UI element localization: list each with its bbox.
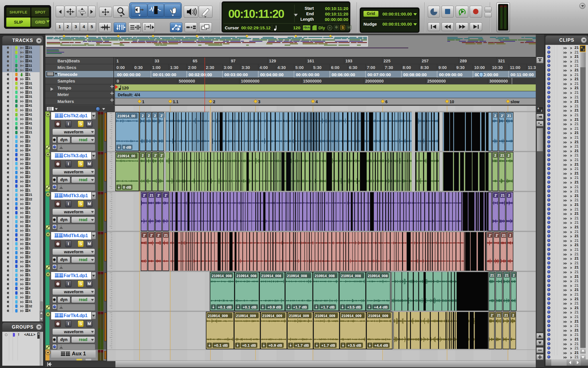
- svg-text:2: 2: [154, 114, 156, 118]
- svg-text:10:30: 10:30: [492, 65, 503, 70]
- svg-text:00:06:00:00: 00:06:00:00: [332, 72, 355, 77]
- svg-text:2: 2: [513, 273, 515, 277]
- svg-text:2': 2': [165, 193, 167, 198]
- svg-text:+0.9 dB: +0.9 dB: [267, 305, 281, 309]
- svg-text:21: 21: [497, 313, 501, 317]
- svg-text:0:00: 0:00: [117, 65, 125, 70]
- svg-text:2: 2: [142, 114, 144, 118]
- svg-text:2': 2': [150, 233, 153, 237]
- svg-text:3:00: 3:00: [224, 65, 232, 70]
- svg-text:Bars|Beats: Bars|Beats: [57, 58, 80, 63]
- svg-text:00:05:00:00: 00:05:00:00: [296, 72, 320, 77]
- svg-text:00:03:00:00: 00:03:00:00: [224, 72, 248, 77]
- svg-text:9:30: 9:30: [456, 65, 465, 70]
- svg-text:21: 21: [500, 154, 504, 158]
- svg-text:2: 2: [508, 193, 510, 198]
- svg-text:210914_009: 210914_009: [368, 314, 388, 318]
- svg-text:210914_009: 210914_009: [289, 314, 309, 318]
- svg-text:4:00: 4:00: [260, 65, 268, 70]
- svg-text:10000000: 10000000: [241, 79, 260, 83]
- svg-text:120: 120: [122, 86, 129, 90]
- svg-text:0 dB: 0 dB: [123, 145, 131, 150]
- svg-text:2': 2': [501, 114, 504, 118]
- svg-text:4: 4: [316, 99, 318, 104]
- svg-text:00:09:00:00: 00:09:00:00: [439, 72, 463, 77]
- svg-text:2': 2': [489, 233, 492, 237]
- svg-text:1:30: 1:30: [170, 65, 178, 70]
- svg-text:210914_008: 210914_008: [315, 274, 335, 278]
- svg-text:2': 2': [157, 193, 160, 198]
- svg-text:2: 2: [508, 154, 510, 158]
- svg-text:Min:Secs: Min:Secs: [57, 65, 76, 70]
- svg-text:10: 10: [450, 99, 454, 104]
- svg-text:21: 21: [504, 313, 508, 317]
- svg-text:21: 21: [502, 233, 506, 237]
- svg-text:2: 2: [148, 154, 150, 158]
- svg-text:2': 2': [143, 193, 146, 198]
- svg-text:5:00: 5:00: [295, 65, 304, 70]
- svg-text:2': 2': [496, 233, 498, 237]
- svg-text:3: 3: [258, 99, 260, 104]
- svg-text:slow: slow: [510, 99, 519, 104]
- svg-text:21: 21: [150, 193, 154, 198]
- svg-text:21: 21: [490, 273, 494, 277]
- svg-text:129: 129: [269, 59, 276, 63]
- svg-text:+1.7 dB: +1.7 dB: [295, 343, 309, 348]
- svg-text:21: 21: [501, 193, 505, 198]
- svg-text:210914_008: 210914_008: [212, 274, 232, 278]
- svg-text:+0.1 dB: +0.1 dB: [243, 305, 257, 309]
- svg-text:210914_00: 210914_00: [117, 114, 136, 118]
- svg-text:1: 1: [117, 59, 119, 63]
- svg-text:+4.4 dB: +4.4 dB: [374, 343, 388, 348]
- svg-text:Meter: Meter: [57, 92, 69, 97]
- svg-text:2:00: 2:00: [188, 65, 196, 70]
- svg-text:+3.5 dB: +3.5 dB: [347, 305, 361, 309]
- svg-text:4:30: 4:30: [277, 65, 286, 70]
- svg-text:210914_009: 210914_009: [262, 314, 283, 318]
- svg-text:+0.9 dB: +0.9 dB: [268, 343, 282, 348]
- svg-text:+3.5 dB: +3.5 dB: [347, 343, 361, 348]
- svg-text:+0.1 dB: +0.1 dB: [214, 343, 228, 348]
- svg-text:Default: 4/4: Default: 4/4: [118, 93, 140, 97]
- svg-text:00:02:00:00: 00:02:00:00: [189, 72, 212, 77]
- svg-text:00:00:00:00: 00:00:00:00: [117, 72, 141, 77]
- svg-text:6: 6: [385, 99, 388, 104]
- svg-text:193: 193: [345, 59, 352, 63]
- svg-text:2': 2': [160, 154, 163, 158]
- svg-text:5000000: 5000000: [179, 79, 195, 83]
- svg-text:210914_008: 210914_008: [261, 274, 281, 278]
- svg-text:+4.4 dB: +4.4 dB: [374, 305, 388, 309]
- svg-text:210914_009: 210914_009: [208, 314, 228, 318]
- svg-text:2:30: 2:30: [206, 65, 214, 70]
- svg-text:2: 2: [509, 233, 511, 237]
- svg-text:0: 0: [117, 79, 119, 83]
- svg-text:1: 1: [142, 99, 144, 104]
- svg-text:210914_00: 210914_00: [117, 154, 136, 158]
- svg-text:289: 289: [460, 59, 467, 63]
- svg-text:10:00: 10:00: [474, 65, 485, 70]
- svg-text:6:30: 6:30: [349, 65, 357, 70]
- svg-text:15000000: 15000000: [303, 79, 322, 83]
- svg-text:Timecode: Timecode: [57, 72, 78, 77]
- svg-text:21: 21: [505, 273, 509, 277]
- svg-text:257: 257: [422, 59, 429, 63]
- svg-text:1.1: 1.1: [173, 99, 179, 104]
- svg-text:0:30: 0:30: [134, 65, 143, 70]
- svg-text:3:30: 3:30: [242, 65, 250, 70]
- svg-text:00:08:00:00: 00:08:00:00: [403, 72, 427, 77]
- svg-text:2: 2: [142, 154, 144, 158]
- svg-text:321: 321: [498, 59, 505, 63]
- svg-text:210914_008: 210914_008: [368, 274, 388, 278]
- svg-text:2': 2': [160, 114, 163, 118]
- svg-text:21: 21: [164, 233, 168, 237]
- svg-text:+0.1 dB: +0.1 dB: [242, 343, 256, 348]
- svg-text:11:00: 11:00: [510, 65, 520, 70]
- svg-text:1:00: 1:00: [152, 65, 160, 70]
- svg-text:225: 225: [384, 59, 390, 63]
- svg-text:+1.7 dB: +1.7 dB: [321, 343, 335, 348]
- svg-text:161: 161: [307, 59, 314, 63]
- svg-text:210914_008: 210914_008: [237, 274, 257, 278]
- svg-text:2: 2: [512, 313, 514, 317]
- svg-text:00:01:00:00: 00:01:00:00: [153, 72, 176, 77]
- svg-text:210914_009: 210914_009: [315, 314, 335, 318]
